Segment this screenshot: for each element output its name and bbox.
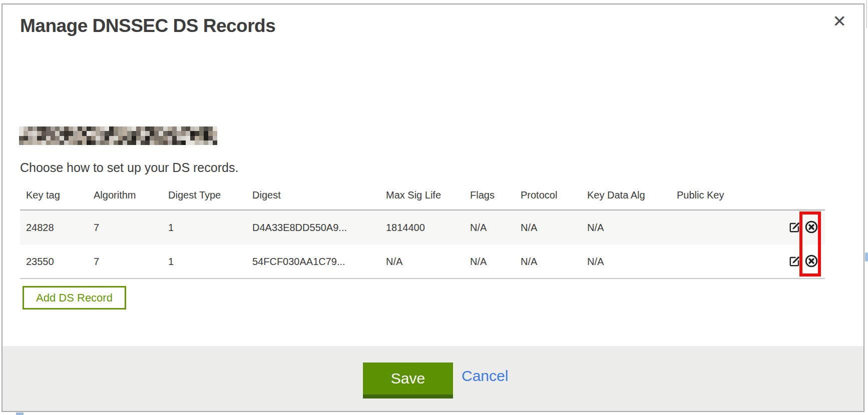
column-header-max-sig-life: Max Sig Life (380, 180, 464, 210)
cell-max-sig-life: 1814400 (380, 210, 464, 245)
dialog-title: Manage DNSSEC DS Records (20, 16, 275, 36)
add-ds-record-button[interactable]: Add DS Record (23, 286, 126, 310)
ds-records-table: Key tag Algorithm Digest Type Digest Max… (20, 180, 825, 279)
background-artifact (16, 412, 24, 415)
cancel-link[interactable]: Cancel (462, 368, 508, 384)
background-artifact (865, 252, 868, 262)
cell-flags: N/A (464, 245, 515, 278)
cell-key-data-alg: N/A (581, 210, 671, 245)
column-header-key-data-alg: Key Data Alg (581, 180, 671, 210)
domain-name-redacted (19, 126, 217, 145)
circle-x-icon (804, 220, 818, 236)
instruction-text: Choose how to set up your DS records. (20, 160, 238, 175)
background-artifact (866, 0, 867, 28)
delete-record-button[interactable] (804, 221, 818, 235)
table-row: 24828 7 1 D4A33E8DD550A9... 1814400 N/A … (20, 210, 825, 245)
circle-x-icon (804, 254, 818, 270)
column-header-public-key: Public Key (671, 180, 763, 210)
pencil-square-icon (788, 220, 801, 235)
cell-public-key (671, 210, 763, 245)
close-button[interactable]: ✕ (828, 10, 850, 32)
cell-algorithm: 7 (88, 245, 162, 278)
column-header-algorithm: Algorithm (88, 180, 162, 210)
cell-algorithm: 7 (88, 210, 162, 245)
cell-flags: N/A (464, 210, 515, 245)
cell-digest-type: 1 (162, 245, 246, 278)
close-icon: ✕ (832, 12, 846, 31)
cell-digest: 54FCF030AA1C79... (246, 245, 380, 278)
delete-record-button[interactable] (804, 254, 818, 268)
cell-key-tag: 24828 (20, 210, 88, 245)
save-button[interactable]: Save (363, 362, 453, 398)
pencil-square-icon (788, 254, 801, 269)
table-header-row: Key tag Algorithm Digest Type Digest Max… (20, 180, 825, 210)
edit-record-button[interactable] (788, 254, 802, 268)
column-header-flags: Flags (464, 180, 515, 210)
dnssec-ds-records-dialog: Manage DNSSEC DS Records ✕ Choose how to… (2, 4, 864, 412)
cell-key-tag: 23550 (20, 245, 88, 278)
column-header-actions (763, 180, 825, 210)
edit-record-button[interactable] (788, 221, 802, 235)
cell-digest: D4A33E8DD550A9... (246, 210, 380, 245)
cell-key-data-alg: N/A (581, 245, 671, 278)
dialog-footer: Save Cancel (3, 346, 863, 411)
cell-public-key (671, 245, 763, 278)
column-header-digest-type: Digest Type (162, 180, 246, 210)
table-row: 23550 7 1 54FCF030AA1C79... N/A N/A N/A … (20, 245, 825, 278)
column-header-protocol: Protocol (515, 180, 581, 210)
column-header-key-tag: Key tag (20, 180, 88, 210)
cell-digest-type: 1 (162, 210, 246, 245)
cell-max-sig-life: N/A (380, 245, 464, 278)
column-header-digest: Digest (246, 180, 380, 210)
cell-protocol: N/A (515, 245, 581, 278)
cell-protocol: N/A (515, 210, 581, 245)
